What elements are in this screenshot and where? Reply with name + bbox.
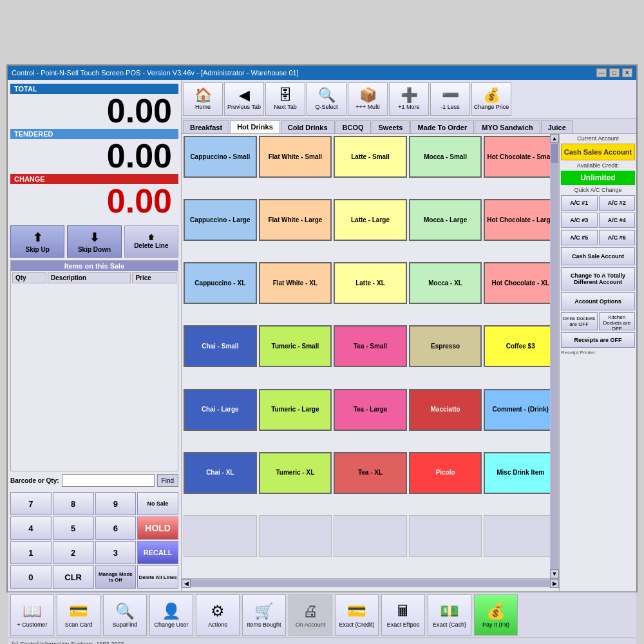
supa-find-button[interactable]: 🔍 SupaFind bbox=[103, 594, 147, 636]
minimize-button[interactable]: — bbox=[596, 68, 607, 77]
product-cappuccino-large[interactable]: Cappuccino - Large bbox=[184, 199, 257, 241]
cash-sales-account-button[interactable]: Cash Sales Account bbox=[561, 144, 635, 160]
change-user-button[interactable]: 👤 Change User bbox=[149, 594, 193, 636]
product-flat-white-small[interactable]: Flat White - Small bbox=[259, 136, 332, 178]
delete-line-button[interactable]: 🗑 Delete Line bbox=[124, 225, 178, 258]
customer-button[interactable]: 📖 + Customer bbox=[10, 594, 54, 636]
ac2-button[interactable]: A/C #2 bbox=[599, 195, 636, 211]
tab-myo-sandwich[interactable]: MYO Sandwich bbox=[475, 120, 540, 133]
product-latte-small[interactable]: Latte - Small bbox=[334, 136, 407, 178]
num-1[interactable]: 1 bbox=[10, 541, 52, 564]
product-tumeric-small[interactable]: Tumeric - Small bbox=[259, 325, 332, 367]
on-account-button[interactable]: 🖨 On Account bbox=[289, 594, 332, 636]
multi-button[interactable]: 📦 +++ Multi bbox=[348, 82, 388, 116]
home-button[interactable]: 🏠 Home bbox=[183, 82, 223, 116]
q-select-button[interactable]: 🔍 Q-Select bbox=[307, 82, 346, 116]
scroll-down-arrow[interactable]: ▼ bbox=[550, 569, 559, 578]
product-flat-white-large[interactable]: Flat White - Large bbox=[259, 199, 332, 241]
hscroll-left-arrow[interactable]: ◀ bbox=[182, 579, 191, 588]
tab-cold-drinks[interactable]: Cold Drinks bbox=[281, 120, 335, 133]
product-tea-large[interactable]: Tea - Large bbox=[334, 389, 407, 431]
product-coffee3[interactable]: Coffee $3 bbox=[484, 325, 557, 367]
product-tumeric-large[interactable]: Tumeric - Large bbox=[259, 389, 332, 431]
num-4[interactable]: 4 bbox=[10, 516, 52, 540]
find-button[interactable]: Find bbox=[157, 474, 178, 487]
items-bought-button[interactable]: 🛒 Items Bought bbox=[242, 594, 286, 636]
product-latte-xl[interactable]: Latte - XL bbox=[334, 262, 407, 304]
change-price-button[interactable]: 💰 Change Price bbox=[471, 82, 511, 116]
tab-sweets[interactable]: Sweets bbox=[372, 120, 410, 133]
product-macciatto[interactable]: Macciatto bbox=[409, 389, 482, 431]
num-3[interactable]: 3 bbox=[95, 541, 137, 564]
product-tumeric-xl[interactable]: Tumeric - XL bbox=[259, 452, 332, 494]
scroll-up-arrow[interactable]: ▲ bbox=[550, 134, 559, 143]
tab-made-to-order[interactable]: Made To Order bbox=[410, 120, 474, 133]
product-tea-xl[interactable]: Tea - XL bbox=[334, 452, 407, 494]
product-hot-chocolate-large[interactable]: Hot Chocolate - Large bbox=[484, 199, 557, 241]
manage-mode-button[interactable]: Manage Mode is Off bbox=[95, 565, 137, 589]
exact-cash-button[interactable]: 💵 Exact (Cash) bbox=[428, 594, 471, 636]
num-2[interactable]: 2 bbox=[53, 541, 94, 564]
pay-it-button[interactable]: 💰 Pay It (F8) bbox=[474, 594, 518, 636]
num-6[interactable]: 6 bbox=[95, 516, 137, 540]
maximize-button[interactable]: □ bbox=[609, 68, 620, 77]
exact-credit-button[interactable]: 💳 Exact (Credit) bbox=[335, 594, 379, 636]
hold-button[interactable]: HOLD bbox=[137, 516, 178, 540]
next-tab-button[interactable]: 🗄 Next Tab bbox=[265, 82, 305, 116]
ac6-button[interactable]: A/C #6 bbox=[599, 230, 636, 245]
product-misc-drink[interactable]: Misc Drink Item bbox=[484, 452, 557, 494]
previous-tab-button[interactable]: ◀ Previous Tab bbox=[224, 82, 264, 116]
product-mocca-small[interactable]: Mocca - Small bbox=[409, 136, 482, 178]
tab-breakfast[interactable]: Breakfast bbox=[183, 120, 229, 133]
change-account-button[interactable]: Change To A Totally Different Account bbox=[561, 267, 635, 290]
skip-down-button[interactable]: ⬇ Skip Down bbox=[67, 225, 121, 258]
exact-eftpos-button[interactable]: 🖩 Exact Eftpos bbox=[381, 594, 425, 636]
ac3-button[interactable]: A/C #3 bbox=[561, 213, 598, 228]
scan-card-button[interactable]: 💳 Scan Card bbox=[57, 594, 100, 636]
scroll-thumb[interactable] bbox=[551, 144, 558, 163]
product-mocca-xl[interactable]: Mocca - XL bbox=[409, 262, 482, 304]
hscroll-right-arrow[interactable]: ▶ bbox=[550, 579, 559, 588]
product-mocca-large[interactable]: Mocca - Large bbox=[409, 199, 482, 241]
product-cappuccino-xl[interactable]: Cappuccino - XL bbox=[184, 262, 257, 304]
ac5-button[interactable]: A/C #5 bbox=[561, 230, 598, 245]
tab-bcoq[interactable]: BCOQ bbox=[336, 120, 371, 133]
num-8[interactable]: 8 bbox=[53, 492, 94, 515]
account-options-button[interactable]: Account Options bbox=[561, 292, 635, 310]
delete-all-lines-button[interactable]: Delete All Lines bbox=[137, 565, 178, 589]
product-cappuccino-small[interactable]: Cappuccino - Small bbox=[184, 136, 257, 178]
ac1-button[interactable]: A/C #1 bbox=[561, 195, 598, 211]
product-picolo[interactable]: Picolo bbox=[409, 452, 482, 494]
close-button[interactable]: ✕ bbox=[622, 68, 632, 77]
product-chai-large[interactable]: Chai - Large bbox=[184, 389, 257, 431]
product-chai-small[interactable]: Chai - Small bbox=[184, 325, 257, 367]
drink-dockets-button[interactable]: Drink Dockets are OFF bbox=[561, 312, 598, 330]
vertical-scrollbar[interactable]: ▲ ▼ bbox=[550, 134, 559, 578]
product-tea-small[interactable]: Tea - Small bbox=[334, 325, 407, 367]
cash-sale-account-button[interactable]: Cash Sale Account bbox=[561, 247, 635, 265]
more-button[interactable]: ➕ +1 More bbox=[389, 82, 429, 116]
product-hot-chocolate-small[interactable]: Hot Chocolate - Small bbox=[484, 136, 557, 178]
product-flat-white-xl[interactable]: Flat White - XL bbox=[259, 262, 332, 304]
product-hot-chocolate-xl[interactable]: Hot Chocolate - XL bbox=[484, 262, 557, 304]
num-7[interactable]: 7 bbox=[10, 492, 52, 515]
recall-button[interactable]: RECALL bbox=[137, 541, 178, 564]
product-latte-large[interactable]: Latte - Large bbox=[334, 199, 407, 241]
num-0[interactable]: 0 bbox=[10, 565, 52, 589]
num-5[interactable]: 5 bbox=[53, 516, 94, 540]
horizontal-scrollbar[interactable]: ◀ ▶ bbox=[182, 578, 559, 587]
tab-juice[interactable]: Juice bbox=[541, 120, 573, 133]
num-9[interactable]: 9 bbox=[95, 492, 137, 515]
kitchen-dockets-button[interactable]: Kitchen Dockets are OFF bbox=[599, 312, 636, 330]
no-sale-button[interactable]: No Sale bbox=[137, 492, 178, 515]
ac4-button[interactable]: A/C #4 bbox=[599, 213, 636, 228]
less-button[interactable]: ➖ -1 Less bbox=[430, 82, 470, 116]
actions-button[interactable]: ⚙ Actions bbox=[196, 594, 240, 636]
skip-up-button[interactable]: ⬆ Skip Up bbox=[10, 225, 64, 258]
tab-hot-drinks[interactable]: Hot Drinks bbox=[230, 120, 280, 133]
barcode-input[interactable] bbox=[62, 474, 155, 487]
product-comment-drink[interactable]: Comment - (Drink) bbox=[484, 389, 557, 431]
product-chai-xl[interactable]: Chai - XL bbox=[184, 452, 257, 494]
receipts-button[interactable]: Receipts are OFF bbox=[561, 332, 635, 348]
product-espresso[interactable]: Espresso bbox=[409, 325, 482, 367]
